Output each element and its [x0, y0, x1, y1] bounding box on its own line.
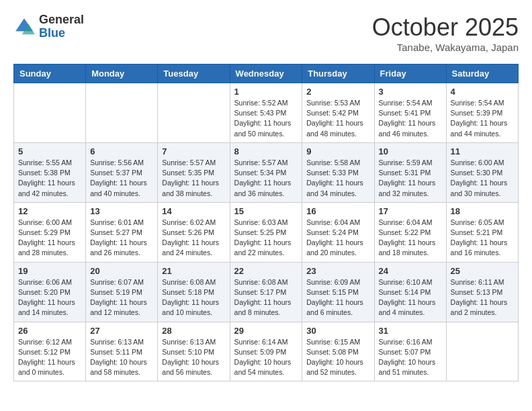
day-number: 4: [451, 87, 514, 97]
day-info: Sunrise: 6:10 AMSunset: 5:14 PMDaylight:…: [379, 277, 442, 318]
day-info: Sunrise: 6:05 AMSunset: 5:21 PMDaylight:…: [451, 218, 514, 259]
col-header-tuesday: Tuesday: [158, 64, 230, 83]
calendar-cell: 23Sunrise: 6:09 AMSunset: 5:15 PMDayligh…: [302, 262, 374, 322]
day-info: Sunrise: 6:03 AMSunset: 5:25 PMDaylight:…: [234, 218, 298, 259]
day-number: 14: [162, 206, 225, 216]
day-number: 26: [18, 326, 81, 336]
calendar-cell: 25Sunrise: 6:11 AMSunset: 5:13 PMDayligh…: [446, 262, 518, 322]
day-info: Sunrise: 6:01 AMSunset: 5:27 PMDaylight:…: [90, 218, 153, 259]
calendar-cell: 10Sunrise: 5:59 AMSunset: 5:31 PMDayligh…: [374, 142, 446, 202]
day-number: 10: [379, 146, 442, 156]
col-header-saturday: Saturday: [446, 64, 518, 83]
day-info: Sunrise: 6:00 AMSunset: 5:29 PMDaylight:…: [18, 218, 81, 259]
day-info: Sunrise: 6:08 AMSunset: 5:17 PMDaylight:…: [234, 277, 298, 318]
calendar-cell: 21Sunrise: 6:08 AMSunset: 5:18 PMDayligh…: [158, 262, 230, 322]
col-header-monday: Monday: [86, 64, 158, 83]
day-number: 3: [379, 87, 442, 97]
calendar-cell: 26Sunrise: 6:12 AMSunset: 5:12 PMDayligh…: [14, 322, 86, 381]
logo-general: General: [39, 13, 84, 27]
calendar-cell: 19Sunrise: 6:06 AMSunset: 5:20 PMDayligh…: [14, 262, 86, 322]
day-number: 24: [379, 266, 442, 276]
day-info: Sunrise: 6:00 AMSunset: 5:30 PMDaylight:…: [451, 158, 514, 199]
day-number: 1: [234, 87, 298, 97]
calendar-cell: 14Sunrise: 6:02 AMSunset: 5:26 PMDayligh…: [158, 202, 230, 262]
day-number: 13: [90, 206, 153, 216]
calendar-cell: [14, 83, 86, 143]
title-block: October 2025 Tanabe, Wakayama, Japan: [372, 13, 519, 53]
day-info: Sunrise: 5:54 AMSunset: 5:41 PMDaylight:…: [379, 98, 442, 139]
day-number: 27: [90, 326, 153, 336]
day-number: 5: [18, 146, 81, 156]
day-number: 11: [451, 146, 514, 156]
day-info: Sunrise: 5:57 AMSunset: 5:34 PMDaylight:…: [234, 158, 298, 199]
day-info: Sunrise: 6:16 AMSunset: 5:07 PMDaylight:…: [379, 337, 442, 378]
col-header-friday: Friday: [374, 64, 446, 83]
calendar-cell: 3Sunrise: 5:54 AMSunset: 5:41 PMDaylight…: [374, 83, 446, 143]
calendar-week-row: 12Sunrise: 6:00 AMSunset: 5:29 PMDayligh…: [14, 202, 519, 262]
col-header-wednesday: Wednesday: [230, 64, 302, 83]
calendar-cell: 29Sunrise: 6:14 AMSunset: 5:09 PMDayligh…: [230, 322, 302, 381]
calendar-cell: 1Sunrise: 5:52 AMSunset: 5:43 PMDaylight…: [230, 83, 302, 143]
day-info: Sunrise: 6:04 AMSunset: 5:24 PMDaylight:…: [306, 218, 369, 259]
calendar-cell: 8Sunrise: 5:57 AMSunset: 5:34 PMDaylight…: [230, 142, 302, 202]
calendar-cell: 13Sunrise: 6:01 AMSunset: 5:27 PMDayligh…: [86, 202, 158, 262]
day-info: Sunrise: 6:07 AMSunset: 5:19 PMDaylight:…: [90, 277, 153, 318]
day-info: Sunrise: 6:14 AMSunset: 5:09 PMDaylight:…: [234, 337, 298, 378]
calendar-cell: 31Sunrise: 6:16 AMSunset: 5:07 PMDayligh…: [374, 322, 446, 381]
calendar-cell: 7Sunrise: 5:57 AMSunset: 5:35 PMDaylight…: [158, 142, 230, 202]
day-info: Sunrise: 5:56 AMSunset: 5:37 PMDaylight:…: [90, 158, 153, 199]
day-number: 8: [234, 146, 298, 156]
day-info: Sunrise: 6:13 AMSunset: 5:11 PMDaylight:…: [90, 337, 153, 378]
day-number: 21: [162, 266, 225, 276]
day-number: 23: [306, 266, 369, 276]
day-number: 17: [379, 206, 442, 216]
calendar-cell: 2Sunrise: 5:53 AMSunset: 5:42 PMDaylight…: [302, 83, 374, 143]
calendar-cell: 11Sunrise: 6:00 AMSunset: 5:30 PMDayligh…: [446, 142, 518, 202]
day-info: Sunrise: 5:58 AMSunset: 5:33 PMDaylight:…: [306, 158, 369, 199]
day-number: 19: [18, 266, 81, 276]
day-info: Sunrise: 5:59 AMSunset: 5:31 PMDaylight:…: [379, 158, 442, 199]
calendar-week-row: 19Sunrise: 6:06 AMSunset: 5:20 PMDayligh…: [14, 262, 519, 322]
calendar-cell: 9Sunrise: 5:58 AMSunset: 5:33 PMDaylight…: [302, 142, 374, 202]
calendar-cell: 20Sunrise: 6:07 AMSunset: 5:19 PMDayligh…: [86, 262, 158, 322]
day-info: Sunrise: 5:53 AMSunset: 5:42 PMDaylight:…: [306, 98, 369, 139]
calendar-cell: [86, 83, 158, 143]
calendar-cell: 6Sunrise: 5:56 AMSunset: 5:37 PMDaylight…: [86, 142, 158, 202]
day-info: Sunrise: 6:12 AMSunset: 5:12 PMDaylight:…: [18, 337, 81, 378]
calendar-cell: 17Sunrise: 6:04 AMSunset: 5:22 PMDayligh…: [374, 202, 446, 262]
day-info: Sunrise: 5:52 AMSunset: 5:43 PMDaylight:…: [234, 98, 298, 139]
calendar-cell: 5Sunrise: 5:55 AMSunset: 5:38 PMDaylight…: [14, 142, 86, 202]
calendar-cell: 27Sunrise: 6:13 AMSunset: 5:11 PMDayligh…: [86, 322, 158, 381]
calendar-cell: 24Sunrise: 6:10 AMSunset: 5:14 PMDayligh…: [374, 262, 446, 322]
calendar-cell: 15Sunrise: 6:03 AMSunset: 5:25 PMDayligh…: [230, 202, 302, 262]
page-header: General Blue October 2025 Tanabe, Wakaya…: [13, 13, 519, 53]
day-info: Sunrise: 6:11 AMSunset: 5:13 PMDaylight:…: [451, 277, 514, 318]
col-header-sunday: Sunday: [14, 64, 86, 83]
day-info: Sunrise: 6:09 AMSunset: 5:15 PMDaylight:…: [306, 277, 369, 318]
day-info: Sunrise: 6:06 AMSunset: 5:20 PMDaylight:…: [18, 277, 81, 318]
day-number: 30: [306, 326, 369, 336]
day-info: Sunrise: 5:55 AMSunset: 5:38 PMDaylight:…: [18, 158, 81, 199]
calendar-cell: 18Sunrise: 6:05 AMSunset: 5:21 PMDayligh…: [446, 202, 518, 262]
day-info: Sunrise: 6:02 AMSunset: 5:26 PMDaylight:…: [162, 218, 225, 259]
calendar-cell: [158, 83, 230, 143]
calendar-table: SundayMondayTuesdayWednesdayThursdayFrid…: [13, 64, 519, 381]
day-info: Sunrise: 6:15 AMSunset: 5:08 PMDaylight:…: [306, 337, 369, 378]
day-number: 20: [90, 266, 153, 276]
calendar-cell: [446, 322, 518, 381]
day-number: 22: [234, 266, 298, 276]
day-number: 18: [451, 206, 514, 216]
day-info: Sunrise: 5:57 AMSunset: 5:35 PMDaylight:…: [162, 158, 225, 199]
logo-icon: [13, 16, 35, 38]
day-number: 2: [306, 87, 369, 97]
logo: General Blue: [13, 13, 84, 40]
logo-blue: Blue: [39, 27, 84, 40]
calendar-cell: 4Sunrise: 5:54 AMSunset: 5:39 PMDaylight…: [446, 83, 518, 143]
calendar-cell: 28Sunrise: 6:13 AMSunset: 5:10 PMDayligh…: [158, 322, 230, 381]
calendar-header-row: SundayMondayTuesdayWednesdayThursdayFrid…: [14, 64, 519, 83]
day-number: 9: [306, 146, 369, 156]
calendar-cell: 12Sunrise: 6:00 AMSunset: 5:29 PMDayligh…: [14, 202, 86, 262]
calendar-cell: 22Sunrise: 6:08 AMSunset: 5:17 PMDayligh…: [230, 262, 302, 322]
day-number: 31: [379, 326, 442, 336]
day-number: 25: [451, 266, 514, 276]
